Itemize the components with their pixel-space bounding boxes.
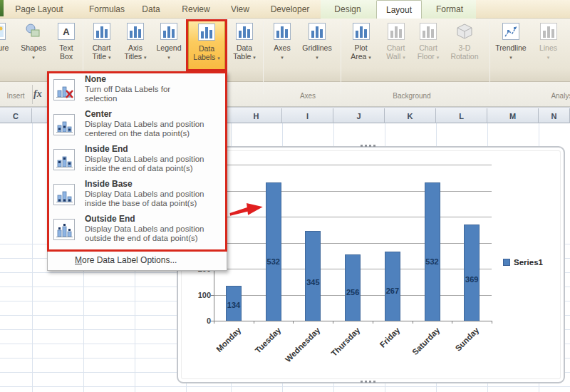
menu-item-center[interactable]: CenterDisplay Data Labels and positionce… [48,108,227,143]
ribbon-tab-bar: Page LayoutFormulasDataReviewViewDevelop… [0,0,570,19]
column-header-l[interactable]: L [436,108,487,123]
ribbon-button-label: 3-DRotation [450,43,478,61]
tab-page-layout[interactable]: Page Layout [6,0,73,19]
svg-text:A: A [63,26,70,37]
plot-area-button[interactable]: PlotArea ▾ [344,20,378,71]
tab-review[interactable]: Review [175,0,217,19]
dropdown-caret-icon: ▾ [316,55,318,60]
column-header-k[interactable]: K [385,108,436,123]
column-header-h[interactable]: H [231,108,282,123]
data-labels-icon [197,23,216,41]
trendline-button[interactable]: Trendline▾ [492,20,530,71]
ribbon-button-label: Lines▾ [539,43,557,62]
text-box-button[interactable]: ATextBox [51,20,81,71]
annotation-arrow-icon [228,197,265,220]
ribbon-button-label: Shapes▾ [21,43,46,62]
ribbon-group-separator [489,21,490,94]
menu-item-title: Inside End [85,144,128,154]
tab-view[interactable]: View [224,0,256,19]
tab-formulas[interactable]: Formulas [84,0,130,19]
ribbon-group-label-axes: Axes [300,92,316,100]
datalabel-inside-base-icon [53,184,75,205]
column-header-n[interactable]: N [539,108,570,123]
tab-layout[interactable]: Layout [376,0,422,19]
chart-resize-handle-top[interactable] [361,145,375,147]
menu-item-outside-end[interactable]: Outside EndDisplay Data Labels and posit… [48,213,227,248]
lines-icon [539,22,558,41]
ribbon-group-label-background: Background [393,92,430,100]
axis-titles-button[interactable]: AxisTitles ▾ [119,20,152,71]
menu-item-none[interactable]: NoneTurn off Data Labels forselection [48,73,227,108]
tab-design[interactable]: Design [324,0,371,19]
ribbon-button-label: ChartWall ▾ [386,43,405,62]
legend-button[interactable]: Legend▾ [152,20,185,71]
menu-item-inside-end[interactable]: Inside EndDisplay Data Labels and positi… [48,143,227,178]
menu-item-description: Turn off Data Labels forselection [85,85,170,103]
gridlines-button[interactable]: Gridlines▾ [299,20,336,71]
excel-window: Page LayoutFormulasDataReviewViewDevelop… [0,0,570,392]
data-table-button[interactable]: DataTable ▾ [228,20,261,71]
axes-button[interactable]: Axes▾ [266,20,298,71]
ribbon-button-label: ChartTitle ▾ [93,43,111,62]
name-box-divider [32,85,33,104]
axes-icon [273,22,291,41]
data-labels-dropdown-menu: NoneTurn off Data Labels forselection Ce… [47,71,227,271]
menu-item-title: Center [85,109,112,119]
menu-item-description: Display Data Labels and positionoutside … [85,225,204,243]
ribbon-button-label: Axes▾ [274,43,290,62]
ribbon-button-label: DataTable ▾ [233,43,256,62]
column-header-m[interactable]: M [487,108,539,123]
data-labels-button[interactable]: DataLabels ▾ [188,20,225,71]
dropdown-caret-icon: ▾ [403,55,405,60]
menu-item-description: Display Data Labels and positioninside t… [85,190,204,208]
column-header-i[interactable]: I [282,108,333,123]
plot-area-icon [352,22,370,41]
column-header-j[interactable]: J [333,108,385,123]
dropdown-caret-icon: ▾ [509,55,512,60]
legend-series-swatch [503,259,510,266]
datalabel-center-icon [53,114,75,135]
tab-data[interactable]: Data [134,0,168,19]
grid-column-line [32,123,33,392]
menu-item-title: Outside End [85,214,135,224]
ribbon-button-label: TextBox [59,43,73,61]
chart-floor-button: ChartFloor ▾ [413,20,444,71]
chart-title-icon [93,22,111,41]
chart-title-button[interactable]: ChartTitle ▾ [85,20,118,71]
3-d-rotation-button: 3-DRotation [445,20,484,71]
tab-format[interactable]: Format [426,0,473,19]
legend-icon [160,22,178,41]
dropdown-caret-icon: ▾ [547,55,550,60]
data-table-icon [235,22,254,41]
chart-wall-button: ChartWall ▾ [380,20,412,71]
chart-floor-icon [419,22,437,41]
shapes-button[interactable]: Shapes▾ [17,20,50,71]
column-header-c[interactable]: C [0,108,32,123]
datalabel-none-icon [53,79,75,100]
chart-resize-handle-bottom[interactable] [361,381,375,383]
file-button-edge[interactable] [0,0,4,16]
dropdown-caret-icon: ▾ [167,55,170,60]
ribbon-button-label: Picture [0,43,9,52]
menu-item-inside-base[interactable]: Inside BaseDisplay Data Labels and posit… [48,178,227,213]
dropdown-caret-icon: ▾ [253,55,256,60]
menu-item-description: Display Data Labels and positioncentered… [85,120,204,138]
ribbon-button-label: ChartFloor ▾ [418,43,439,62]
menu-item-more-data-label-options[interactable]: More Data Label Options... [75,255,177,265]
dropdown-caret-icon: ▾ [437,55,440,60]
ribbon-group-label-insert: Insert [6,92,24,100]
picture-button[interactable]: Picture [0,20,17,71]
datalabel-inside-end-icon [53,149,75,170]
ribbon-button-label: Trendline▾ [495,43,526,62]
ribbon-button-label: Gridlines▾ [302,43,331,62]
tab-developer[interactable]: Developer [262,0,318,19]
chart-legend[interactable]: Series1 [503,258,543,267]
axis-titles-icon [126,22,145,41]
3-d-rotation-icon [455,22,474,41]
dropdown-caret-icon: ▾ [144,55,147,60]
chart-wall-icon [387,22,405,41]
trendline-icon [502,22,520,41]
legend-series-label: Series1 [514,258,543,267]
insert-function-icon[interactable]: fx [33,88,42,100]
dropdown-caret-icon: ▾ [108,55,111,60]
